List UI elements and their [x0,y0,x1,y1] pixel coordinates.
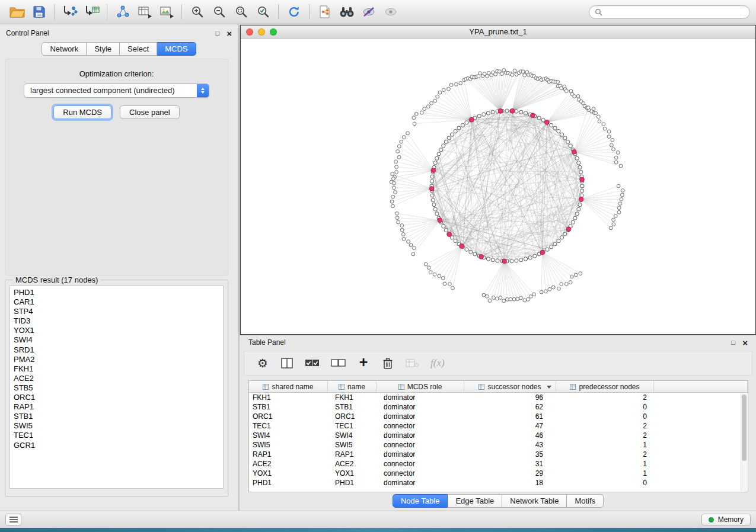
mcds-result-item[interactable]: ORC1 [14,393,223,402]
table-cell: 1 [556,441,654,449]
search-input[interactable] [606,8,744,16]
mcds-result-item[interactable]: STB1 [14,412,223,421]
window-close-icon[interactable] [246,28,253,36]
add-column-button[interactable]: + [357,355,370,371]
table-panel: Table Panel □ × ⚙ + f(x) [240,335,756,511]
toggle-columns-button[interactable] [280,355,294,371]
mcds-result-item[interactable]: SRD1 [14,345,223,355]
mcds-result-item[interactable]: STP4 [14,307,223,316]
delete-table-button[interactable] [406,355,419,371]
memory-button[interactable]: Memory [701,514,751,525]
mcds-result-item[interactable]: CAR1 [14,297,223,307]
column-header-predecessor-nodes[interactable]: predecessor nodes [556,381,654,392]
tab-network-table[interactable]: Network Table [502,494,567,508]
tab-edge-table[interactable]: Edge Table [448,494,502,508]
zoom-selected-button[interactable] [252,3,274,21]
import-table-button[interactable] [81,3,103,21]
table-cell: dominator [377,403,464,411]
mcds-result-item[interactable]: SWI4 [14,335,223,345]
float-panel-icon[interactable]: □ [216,30,220,37]
task-history-button[interactable] [5,514,21,525]
mcds-result-item[interactable]: GCR1 [14,441,223,450]
import-network-button[interactable] [59,3,81,21]
zoom-fit-button[interactable] [230,3,252,21]
close-panel-icon[interactable]: × [227,29,232,38]
zoom-out-button[interactable] [208,3,230,21]
mcds-result-item[interactable]: YOX1 [14,326,223,335]
table-scrollbar[interactable] [741,393,747,491]
float-panel-icon[interactable]: □ [732,339,736,346]
mcds-result-item[interactable]: TID3 [14,316,223,326]
function-builder-button[interactable]: f(x) [430,355,445,371]
network-window-titlebar[interactable]: YPA_prune.txt_1 [241,25,755,39]
table-cell: dominator [377,412,464,421]
table-settings-button[interactable]: ⚙ [256,355,269,371]
export-image-button[interactable] [155,3,177,21]
table-row[interactable]: SWI4SWI4dominator462 [249,431,741,440]
delete-column-button[interactable] [381,355,394,371]
table-row[interactable]: PHD1PHD1dominator180 [249,478,741,488]
mcds-result-item[interactable]: FKH1 [14,364,223,374]
trash-icon [382,357,393,370]
list-icon [9,516,18,523]
mcds-result-item[interactable]: ACE2 [14,374,223,383]
mcds-result-list[interactable]: PHD1CAR1STP4TID3YOX1SWI4SRD1PMA2FKH1ACE2… [9,286,224,489]
sort-caret-icon[interactable] [547,386,551,389]
apply-layout-button[interactable] [283,3,305,21]
export-table-button[interactable] [133,3,155,21]
table-row[interactable]: ACE2ACE2connector311 [249,459,741,469]
show-all-button[interactable] [379,3,401,21]
open-session-button[interactable] [6,3,28,21]
column-header-successor-nodes[interactable]: successor nodes [464,381,556,392]
table-cell: FKH1 [249,393,328,402]
scrollbar-thumb[interactable] [742,395,747,461]
mcds-result-item[interactable]: TEC1 [14,431,223,440]
criterion-dropdown[interactable]: largest connected component (undirected) [24,84,209,98]
table-row[interactable]: RAP1RAP1dominator352 [249,450,741,459]
table-cell: connector [377,460,464,468]
select-all-button[interactable] [305,355,320,371]
close-panel-button[interactable]: Close panel [120,105,180,119]
table-cell: dominator [377,479,464,487]
table-cell: connector [377,441,464,449]
mcds-result-item[interactable]: PHD1 [14,288,223,297]
table-row[interactable]: YOX1YOX1connector291 [249,469,741,478]
column-header-mcds-role[interactable]: MCDS role [377,381,464,392]
close-panel-icon[interactable]: × [742,338,748,347]
tab-style[interactable]: Style [87,42,120,56]
table-row[interactable]: SWI5SWI5connector431 [249,440,741,450]
run-mcds-button[interactable]: Run MCDS [53,105,111,119]
column-header-shared-name[interactable]: shared name [249,381,328,392]
table-cell: FKH1 [328,393,377,402]
window-minimize-icon[interactable] [258,28,265,36]
mcds-result-item[interactable]: RAP1 [14,402,223,412]
hide-selected-button[interactable] [358,3,379,21]
network-canvas[interactable] [241,39,755,334]
mcds-result-item[interactable]: PMA2 [14,355,223,364]
find-button[interactable] [336,3,358,21]
table-row[interactable]: FKH1FKH1dominator962 [249,393,741,402]
column-header-name[interactable]: name [328,381,377,392]
table-row[interactable]: TEC1TEC1connector472 [249,421,741,431]
deselect-all-button[interactable] [331,355,346,371]
share-document-button[interactable] [314,3,336,21]
new-network-button[interactable] [111,3,133,21]
table-row[interactable]: ORC1ORC1dominator610 [249,412,741,421]
mcds-result-item[interactable]: SWI5 [14,421,223,431]
tab-motifs[interactable]: Motifs [567,494,604,508]
dropdown-stepper-icon [197,84,209,97]
criterion-dropdown-value: largest connected component (undirected) [30,86,175,95]
save-session-button[interactable] [28,3,50,21]
window-maximize-icon[interactable] [270,28,277,36]
tab-node-table[interactable]: Node Table [393,494,448,508]
toolbar-search[interactable] [589,5,750,19]
zoom-in-button[interactable] [186,3,208,21]
tab-network[interactable]: Network [42,42,87,56]
mcds-result-item[interactable]: STB5 [14,383,223,393]
gear-icon: ⚙ [257,357,268,369]
toolbar-separator [278,4,279,20]
table-row[interactable]: STB1STB1dominator620 [249,402,741,412]
tab-mcds[interactable]: MCDS [157,42,196,56]
tab-select[interactable]: Select [120,42,157,56]
status-bar: Memory [0,511,756,528]
